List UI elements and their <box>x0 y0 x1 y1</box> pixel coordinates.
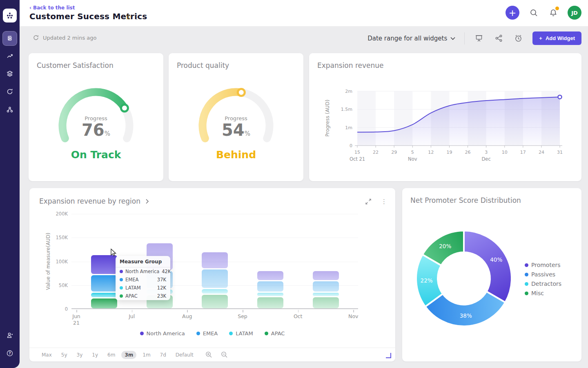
bar-segment-emea[interactable] <box>257 281 283 292</box>
bar-segment-emea[interactable] <box>202 269 228 288</box>
bar-stack[interactable] <box>257 271 283 308</box>
notifications-button[interactable] <box>548 7 559 18</box>
schedule-button[interactable] <box>513 33 523 44</box>
bar-stack[interactable] <box>91 255 117 308</box>
bar-segment-north-america[interactable] <box>257 271 283 280</box>
sidebar-item-help[interactable]: ? <box>2 346 17 361</box>
y-tick-label: 100K <box>45 259 68 265</box>
legend-item-passives[interactable]: Passives <box>525 271 561 278</box>
present-button[interactable] <box>474 33 484 44</box>
bar-segment-apac[interactable] <box>91 298 117 308</box>
tooltip-row: North America42K <box>116 267 170 276</box>
x-tick-label: Aug <box>171 313 203 320</box>
range-button-default[interactable]: Default <box>172 351 197 359</box>
search-icon <box>530 9 538 17</box>
widget-expansion-revenue: Expansion revenue Progress (AUD) 1522295… <box>309 53 581 181</box>
search-button[interactable] <box>528 7 539 18</box>
range-button-3m[interactable]: 3m <box>121 351 136 359</box>
donut-slice-label: 40% <box>490 256 502 263</box>
bar-segment-latam[interactable] <box>257 293 283 296</box>
expand-icon <box>365 198 372 205</box>
bar-segment-apac[interactable] <box>202 295 228 308</box>
range-button-1m[interactable]: 1m <box>139 351 154 359</box>
chart-tooltip: Measure Group North America42KEMEA37KLAT… <box>116 256 170 300</box>
bar-segment-north-america[interactable] <box>202 252 228 268</box>
range-button-6m[interactable]: 6m <box>104 351 118 359</box>
tooltip-series-value: 37K <box>157 277 166 283</box>
zoom-out-button[interactable] <box>221 351 228 358</box>
date-range-select[interactable]: Date range for all widgets <box>368 35 455 42</box>
expansion-by-region-bar-chart[interactable] <box>71 214 358 309</box>
legend-item[interactable]: LATAM <box>229 330 253 337</box>
bar-segment-latam[interactable] <box>202 289 228 294</box>
bar-segment-latam[interactable] <box>91 293 117 297</box>
y-tick-label: 2m <box>345 89 352 94</box>
zoom-in-icon <box>205 351 212 358</box>
x-tick-label: 17 <box>520 150 526 155</box>
range-button-5y[interactable]: 5y <box>58 351 71 359</box>
bar-segment-north-america[interactable] <box>313 271 339 280</box>
x-tick-label: 5 <box>411 150 414 155</box>
x-tick-label: 24 <box>539 150 544 155</box>
y-tick-label: 0 <box>350 143 352 148</box>
plus-icon: + <box>539 35 542 41</box>
bar-stack[interactable] <box>313 271 339 308</box>
sidebar-item-dashboards[interactable] <box>2 31 17 46</box>
create-new-button[interactable]: + <box>506 6 519 20</box>
bar-segment-north-america[interactable] <box>91 255 117 274</box>
legend-item[interactable]: North America <box>140 330 185 337</box>
legend-item-detractors[interactable]: Detractors <box>525 280 561 287</box>
legend-item[interactable]: EMEA <box>196 330 218 337</box>
bar-stack[interactable] <box>202 252 228 308</box>
donut-slice-label: 22% <box>421 277 433 284</box>
legend-item[interactable]: APAC <box>265 330 285 337</box>
x-tick-label: Jun21 <box>60 313 93 327</box>
legend-item-promoters[interactable]: Promoters <box>525 262 561 268</box>
bar-segment-latam[interactable] <box>313 293 339 296</box>
legend-dot <box>525 263 528 267</box>
gauge-center-text: Progress 54% <box>169 115 303 139</box>
help-icon: ? <box>6 350 13 357</box>
sidebar-item-sync[interactable] <box>2 84 17 99</box>
tooltip-series-dot <box>120 270 123 273</box>
sidebar-item-invite-user[interactable] <box>2 328 17 343</box>
tooltip-series-dot <box>120 294 123 298</box>
x-tick-label: 3 <box>485 150 488 155</box>
sidebar-item-relations[interactable] <box>2 102 17 117</box>
tooltip-series-name: APAC <box>125 293 155 299</box>
legend-item-misc[interactable]: Misc <box>525 290 561 296</box>
sidebar-item-layers[interactable] <box>2 66 17 81</box>
app-logo[interactable] <box>3 9 17 22</box>
title-menu-icon[interactable]: ⋮ <box>134 13 140 21</box>
bar-segment-apac[interactable] <box>257 297 283 308</box>
sidebar: ? <box>0 0 20 368</box>
back-link[interactable]: ‹ Back to the list <box>29 5 75 11</box>
expand-widget-button[interactable] <box>363 196 374 207</box>
legend-label: EMEA <box>203 330 218 337</box>
resize-handle[interactable] <box>386 353 391 358</box>
nps-donut-chart[interactable]: 40%38%22%20% <box>415 229 513 328</box>
zoom-in-button[interactable] <box>205 351 212 358</box>
refresh-icon[interactable] <box>33 34 39 41</box>
share-button[interactable] <box>493 33 504 44</box>
range-button-7d[interactable]: 7d <box>157 351 169 359</box>
toolbar: Updated 2 mins ago Date range for all wi… <box>20 26 588 50</box>
bar-segment-emea[interactable] <box>91 275 117 292</box>
add-widget-button[interactable]: + Add Widget <box>532 31 581 45</box>
nodes-icon <box>6 106 13 113</box>
bar-chart-legend: North AmericaEMEALATAMAPAC <box>29 330 395 337</box>
favorite-star-icon[interactable]: ☆ <box>125 12 132 21</box>
bar-segment-apac[interactable] <box>313 297 339 308</box>
widget-expansion-by-region: Expansion revenue by region ⋮ Value of m… <box>29 188 395 361</box>
widget-menu-icon[interactable]: ⋮ <box>381 198 387 205</box>
sidebar-item-metrics[interactable] <box>2 49 17 63</box>
range-button-1y[interactable]: 1y <box>89 351 101 359</box>
bar-segment-emea[interactable] <box>313 281 339 292</box>
avatar[interactable]: JD <box>568 6 581 20</box>
expansion-revenue-line-chart[interactable]: 152229512192631017243101m1.5m2mOct 21Nov… <box>334 87 561 165</box>
range-button-3y[interactable]: 3y <box>74 351 86 359</box>
widget-title-link[interactable]: Expansion revenue by region <box>39 197 149 205</box>
legend-dot <box>525 273 528 276</box>
x-tick-label: 26 <box>465 150 471 155</box>
range-button-max[interactable]: Max <box>38 351 55 359</box>
